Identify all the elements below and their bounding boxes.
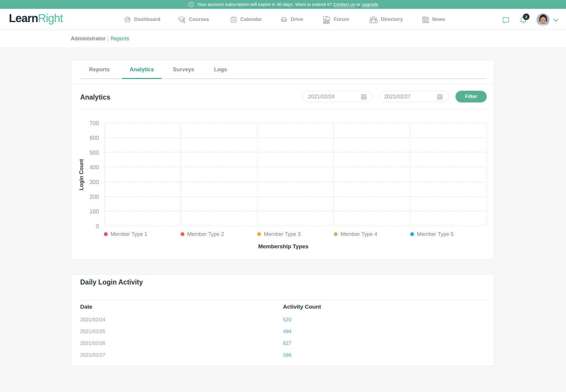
svg-text:200: 200: [89, 193, 99, 200]
svg-text:400: 400: [89, 164, 99, 171]
svg-text:Member Type 5: Member Type 5: [417, 231, 454, 237]
svg-text:Login Count: Login Count: [78, 159, 84, 190]
svg-text:Member Type 2: Member Type 2: [187, 231, 224, 237]
svg-text:Member Type 3: Member Type 3: [264, 231, 301, 237]
svg-text:700: 700: [89, 120, 99, 126]
svg-text:600: 600: [89, 135, 99, 141]
svg-text:Member Type 4: Member Type 4: [340, 231, 377, 237]
svg-text:Member Type 1: Member Type 1: [111, 231, 147, 237]
svg-text:Membership Types: Membership Types: [258, 243, 309, 249]
svg-text:100: 100: [89, 208, 99, 215]
svg-text:500: 500: [89, 149, 99, 156]
svg-text:300: 300: [89, 179, 99, 185]
svg-text:0: 0: [96, 223, 99, 229]
